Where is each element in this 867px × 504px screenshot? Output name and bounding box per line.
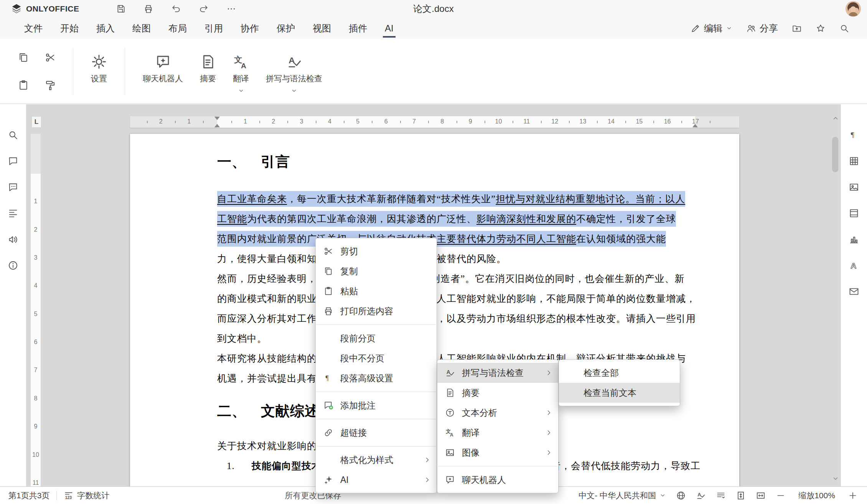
ai-submenu-item-summarize[interactable]: 摘要	[437, 383, 558, 403]
set-document-language-button[interactable]	[676, 491, 686, 501]
context-menu-item-hyperlink[interactable]: 超链接	[316, 423, 437, 443]
left-sidebar	[0, 104, 26, 486]
left-panel-comments-button[interactable]	[5, 153, 21, 169]
tab-insert[interactable]: 插入	[87, 18, 124, 39]
language-selector[interactable]: 中文- 中华人民共和国	[579, 490, 666, 501]
left-panel-about-button[interactable]	[5, 258, 21, 273]
scroll-down-button[interactable]	[831, 473, 840, 483]
paste-button[interactable]	[18, 79, 29, 91]
ruler-number: 6	[31, 339, 41, 346]
context-menu-item-format-as-style[interactable]: 格式化为样式	[316, 450, 437, 470]
fit-to-width-button[interactable]	[756, 491, 766, 501]
check-submenu-item-check-all[interactable]: 检查全部	[559, 363, 680, 383]
zoom-level[interactable]: 缩放100%	[796, 490, 838, 501]
context-menu-separator	[316, 324, 436, 325]
context-menu-item-paste[interactable]: 粘贴	[316, 281, 437, 301]
horizontal-ruler[interactable]: 121234567891011121314151617	[130, 116, 739, 128]
save-button[interactable]	[116, 4, 126, 14]
context-menu-item-copy[interactable]: 复制	[316, 261, 437, 281]
tab-ai[interactable]: AI	[376, 18, 402, 39]
zoom-out-button[interactable]	[776, 491, 786, 501]
ruler-tick	[203, 121, 204, 123]
language-label: 中文- 中华人民共和国	[579, 490, 656, 501]
right-panel-paragraph-settings-button[interactable]: ¶	[846, 127, 862, 143]
vertical-ruler[interactable]: 1234567891011	[31, 134, 41, 486]
summarize-button[interactable]: 摘要	[191, 44, 224, 98]
tab-file[interactable]: 文件	[15, 18, 51, 39]
context-menu-item-paragraph-advanced-settings[interactable]: ¶ 段落高级设置	[316, 368, 437, 388]
left-panel-chat-button[interactable]	[5, 180, 21, 195]
left-indent-marker[interactable]	[214, 121, 220, 127]
right-panel-image-settings-button[interactable]	[846, 180, 862, 195]
ai-settings-button[interactable]: 设置	[82, 44, 115, 98]
left-panel-feedback-button[interactable]	[5, 232, 21, 247]
ai-submenu-item-translate[interactable]: 文A 翻译	[437, 423, 558, 443]
review-display-button[interactable]	[716, 491, 726, 501]
tab-home[interactable]: 开始	[51, 18, 87, 39]
spell-checking-button[interactable]: A	[696, 491, 706, 501]
ruler-tick	[597, 121, 598, 123]
tab-collaboration[interactable]: 协作	[232, 18, 268, 39]
left-panel-navigation-button[interactable]	[5, 206, 21, 221]
tab-layout[interactable]: 布局	[160, 18, 196, 39]
ai-submenu-item-chatbot[interactable]: 聊天机器人	[437, 470, 558, 490]
chatbot-button[interactable]: 聊天机器人	[134, 44, 191, 98]
tab-protection[interactable]: 保护	[268, 18, 304, 39]
edit-mode-button[interactable]: 编辑	[691, 22, 732, 35]
spell-grammar-check-button[interactable]: A拼写与语法检查	[257, 44, 331, 98]
open-file-location-button[interactable]	[792, 23, 802, 33]
cut-button[interactable]	[45, 52, 56, 63]
right-indent-marker[interactable]	[692, 121, 698, 127]
scrollbar-thumb[interactable]	[832, 137, 838, 172]
ai-submenu-item-image[interactable]: 图像	[437, 443, 558, 463]
right-panel-textart-settings-button[interactable]: A	[846, 258, 862, 273]
wordcount-icon: 123	[64, 491, 74, 501]
left-panel-search-button[interactable]	[5, 127, 21, 143]
quick-access-toolbar	[116, 4, 236, 14]
text-segment: 担忧与对就业结构重塑地讨论。当前；以人	[496, 194, 685, 204]
context-menu-item-keep-lines-together[interactable]: 段中不分页	[316, 348, 437, 368]
tab-draw[interactable]: 绘图	[124, 18, 160, 39]
tab-references[interactable]: 引用	[196, 18, 232, 39]
format-painter-button[interactable]	[45, 79, 56, 91]
scroll-up-button[interactable]	[831, 114, 840, 124]
context-menu-item-ai[interactable]: AI	[316, 470, 437, 490]
ruler-number: 1	[187, 118, 191, 125]
fit-to-page-button[interactable]	[736, 491, 746, 501]
tab-stop-selector[interactable]: L	[31, 116, 41, 128]
tab-plugins[interactable]: 插件	[340, 18, 376, 39]
more-button[interactable]	[226, 4, 236, 14]
translate-button[interactable]: 文A翻译	[224, 44, 257, 98]
context-menu-item-add-comment[interactable]: 添加批注	[316, 395, 437, 415]
context-menu-item-label: 打印所选内容	[340, 305, 431, 317]
context-menu-item-print-selection[interactable]: 打印所选内容	[316, 301, 437, 321]
page-indicator[interactable]: 第1页共3页	[8, 490, 49, 501]
right-panel-mailmerge-button[interactable]	[846, 284, 862, 299]
right-panel-headerfooter-settings-button[interactable]	[846, 206, 862, 221]
user-avatar[interactable]	[846, 1, 861, 16]
right-panel-chart-settings-button[interactable]	[846, 232, 862, 247]
context-menu-item-cut[interactable]: 剪切	[316, 241, 437, 261]
textart-icon: A	[849, 260, 859, 271]
text-segment: 然而，历史经验表明，技术既是“破坏者”，也是“创造者”。它在消灭旧岗位的同时，也…	[217, 273, 684, 284]
share-button[interactable]: 分享	[746, 22, 778, 35]
favorite-button[interactable]	[816, 23, 826, 33]
scissors-icon	[45, 52, 56, 63]
zoom-in-button[interactable]	[848, 491, 858, 501]
check-submenu-item-check-current-text[interactable]: 检查当前文本	[559, 383, 680, 403]
right-panel-table-settings-button[interactable]	[846, 153, 862, 169]
redo-button[interactable]	[199, 4, 209, 14]
tab-view[interactable]: 视图	[304, 18, 340, 39]
copy-button[interactable]	[18, 52, 29, 63]
search-button[interactable]	[839, 23, 849, 33]
print-button[interactable]	[143, 4, 153, 14]
context-menu-item-page-break-before[interactable]: 段前分页	[316, 328, 437, 348]
ruler-number: 9	[469, 118, 472, 125]
undo-button[interactable]	[171, 4, 181, 14]
ai-submenu-item-text-analysis[interactable]: 文本分析	[437, 403, 558, 423]
ruler-number: 6	[384, 118, 388, 125]
ai-submenu-item-spell-grammar-check[interactable]: A 拼写与语法检查	[437, 363, 558, 383]
vertical-scrollbar[interactable]	[831, 104, 840, 486]
word-count-button[interactable]: 123字数统计	[64, 490, 109, 501]
context-menu-item-label: 段落高级设置	[340, 372, 431, 384]
